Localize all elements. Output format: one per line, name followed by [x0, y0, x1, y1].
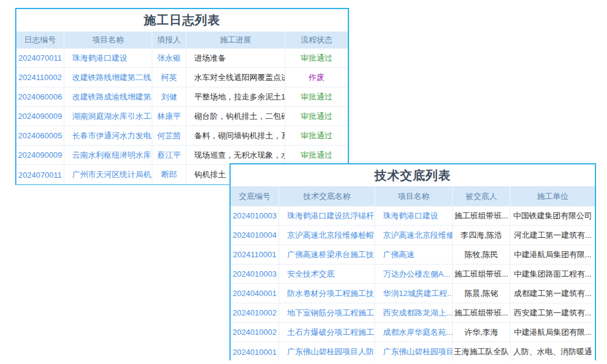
- project-name-link[interactable]: 湖南洞庭湖水库引水工程...: [64, 107, 152, 126]
- reporter-link[interactable]: 蔡江平: [152, 146, 186, 164]
- log-id-link[interactable]: 2024060005: [16, 126, 64, 145]
- reporter-link[interactable]: 林康平: [152, 107, 186, 126]
- table-row: 2024070011珠海鹤港口建设张永银进场准备审批通过: [16, 49, 348, 68]
- project-name-link[interactable]: 改建铁路成渝线增建第二...: [64, 87, 152, 106]
- construction-log-header-row: 日志编号项目名称填报人施工进展流程状态: [16, 32, 348, 49]
- column-header: 交底编号: [231, 186, 279, 206]
- project-name-link[interactable]: 广佛高速: [375, 245, 453, 264]
- project-name-link[interactable]: 广东佛山碧桂园项目: [375, 342, 453, 362]
- table-row: 2024060006改建铁路成渝线增建第二...刘健平整场地，拉走多余泥土15.…: [16, 87, 348, 107]
- construction-unit-text: 中国铁建集团有限公司: [510, 206, 595, 225]
- table-row: 2024010004京沪高速北京段维修桩帽...京沪高速北京段维修李四海,陈浩河…: [231, 226, 595, 245]
- reporter-link[interactable]: 张永银: [152, 49, 186, 67]
- recipients-text: 施工班组带班...: [453, 265, 510, 283]
- construction-log-table-card: 施工日志列表 日志编号项目名称填报人施工进展流程状态 2024070011珠海鹤…: [15, 8, 349, 185]
- column-header: 项目名称: [375, 186, 453, 206]
- tech-disclosure-header-row: 交底编号技术交底名称项目名称被交底人施工单位: [231, 186, 595, 206]
- recipients-text: 施工班组带班...: [453, 303, 510, 322]
- disclosure-name-link[interactable]: 防水卷材分项工程施工技...: [279, 284, 375, 303]
- project-name-link[interactable]: 珠海鹤港口建设: [64, 49, 152, 67]
- progress-text: 进场准备: [186, 49, 285, 67]
- project-name-link[interactable]: 西安成都路龙湖上...: [375, 303, 453, 322]
- reporter-link[interactable]: 柯英: [152, 68, 186, 87]
- log-id-link[interactable]: 2024070011: [16, 165, 64, 184]
- status-badge: 审批通过: [285, 107, 348, 126]
- project-name-link[interactable]: 万达办公楼左侧A...: [375, 265, 453, 283]
- project-name-link[interactable]: 华润12城房建工程...: [375, 284, 453, 303]
- construction-unit-text: 人防、水电、消防暖通: [510, 342, 595, 362]
- log-id-link[interactable]: 2024060006: [16, 87, 64, 106]
- log-id-link[interactable]: 2024070011: [16, 49, 64, 67]
- progress-text: 砌台阶，钩机排土，二包砌...: [186, 107, 285, 126]
- disclosure-name-link[interactable]: 广东佛山碧桂园项目人防...: [279, 342, 375, 362]
- project-name-link[interactable]: 云南水利枢纽潜明水库一...: [64, 146, 152, 164]
- column-header: 被交底人: [453, 186, 510, 206]
- disclosure-id-link[interactable]: 2024040001: [231, 284, 279, 303]
- column-header: 技术交底名称: [279, 186, 375, 206]
- disclosure-id-link[interactable]: 2024010002: [231, 323, 279, 342]
- tech-disclosure-body: 2024010003珠海鹤港口建设抗浮锚杆...珠海鹤港口建设施工班组带班...…: [231, 206, 595, 362]
- construction-unit-text: 河北建工第一建筑有...: [510, 226, 595, 244]
- status-badge: 审批通过: [285, 146, 348, 164]
- progress-text: 现场巡查，无积水现象，水...: [186, 146, 285, 164]
- disclosure-id-link[interactable]: 2024010002: [231, 303, 279, 322]
- disclosure-id-link[interactable]: 2024010003: [231, 206, 279, 225]
- construction-unit-text: 西安建工第一建筑有...: [510, 303, 595, 322]
- table-row: 2024010002地下室钢筋分项工程施工...西安成都路龙湖上...施工班组带…: [231, 303, 595, 323]
- status-badge: 审批通过: [285, 49, 348, 67]
- tech-disclosure-table-card: 技术交底列表 交底编号技术交底名称项目名称被交底人施工单位 2024010003…: [229, 163, 596, 360]
- construction-unit-text: 成都建工第一建筑有...: [510, 284, 595, 303]
- disclosure-name-link[interactable]: 地下室钢筋分项工程施工...: [279, 303, 375, 322]
- project-name-link[interactable]: 成都水岸华庭名苑...: [375, 323, 453, 342]
- construction-unit-text: 中建集团路面工程有...: [510, 265, 595, 283]
- table-row: 2024010001广东佛山碧桂园项目人防...广东佛山碧桂园项目王海施工队全队…: [231, 342, 595, 362]
- disclosure-id-link[interactable]: 2024110001: [231, 245, 279, 264]
- table-row: 2024010002土石方爆破分项工程施工...成都水岸华庭名苑...许华,李海…: [231, 323, 595, 342]
- project-name-link[interactable]: 改建铁路线增建第二线直...: [64, 68, 152, 87]
- status-badge: 审批通过: [285, 126, 348, 145]
- recipients-text: 王海施工队全队: [453, 342, 510, 362]
- disclosure-id-link[interactable]: 2024010004: [231, 226, 279, 244]
- disclosure-name-link[interactable]: 安全技术交底: [279, 265, 375, 283]
- disclosure-id-link[interactable]: 2024010001: [231, 342, 279, 362]
- tech-disclosure-title: 技术交底列表: [231, 164, 595, 186]
- recipients-text: 许华,李海: [453, 323, 510, 342]
- table-row: 2024040001防水卷材分项工程施工技...华润12城房建工程...陈晨,陈…: [231, 284, 595, 303]
- recipients-text: 施工班组带班...: [453, 206, 510, 225]
- construction-log-title: 施工日志列表: [16, 9, 348, 32]
- reporter-link[interactable]: 断郎: [152, 165, 186, 184]
- log-id-link[interactable]: 2024090009: [16, 107, 64, 126]
- construction-unit-text: 中建港航局集团有限...: [510, 245, 595, 264]
- recipients-text: 陈晨,陈铭: [453, 284, 510, 303]
- table-row: 2024010003安全技术交底万达办公楼左侧A...施工班组带班...中建集团…: [231, 265, 595, 284]
- disclosure-name-link[interactable]: 广佛高速桥梁承台施工技...: [279, 245, 375, 264]
- table-row: 2024090009湖南洞庭湖水库引水工程...林康平砌台阶，钩机排土，二包砌.…: [16, 107, 348, 126]
- progress-text: 水车对全线遮阳网覆盖点进...: [186, 68, 285, 87]
- project-name-link[interactable]: 广州市天河区统计局机房...: [64, 165, 152, 184]
- project-name-link[interactable]: 长春市伊通河水力发电厂...: [64, 126, 152, 145]
- column-header: 填报人: [152, 32, 186, 49]
- disclosure-id-link[interactable]: 2024010003: [231, 265, 279, 283]
- status-badge: 审批通过: [285, 87, 348, 106]
- progress-text: 平整场地，拉走多余泥土15...: [186, 87, 285, 106]
- column-header: 施工进展: [186, 32, 285, 49]
- project-name-link[interactable]: 珠海鹤港口建设: [375, 206, 453, 225]
- disclosure-name-link[interactable]: 京沪高速北京段维修桩帽...: [279, 226, 375, 244]
- reporter-link[interactable]: 何芷茴: [152, 126, 186, 145]
- table-row: 2024110002改建铁路线增建第二线直...柯英水车对全线遮阳网覆盖点进..…: [16, 68, 348, 87]
- table-row: 2024090009云南水利枢纽潜明水库一...蔡江平现场巡查，无积水现象，水.…: [16, 146, 348, 165]
- recipients-text: 李四海,陈浩: [453, 226, 510, 244]
- recipients-text: 陈牧,陈民: [453, 245, 510, 264]
- construction-unit-text: 中建港航局集团有限...: [510, 323, 595, 342]
- log-id-link[interactable]: 2024110002: [16, 68, 64, 87]
- column-header: 施工单位: [510, 186, 595, 206]
- table-row: 2024060005长春市伊通河水力发电厂...何芷茴备料，砌间墙钩机排土，瓦.…: [16, 126, 348, 146]
- reporter-link[interactable]: 刘健: [152, 87, 186, 106]
- disclosure-name-link[interactable]: 土石方爆破分项工程施工...: [279, 323, 375, 342]
- disclosure-name-link[interactable]: 珠海鹤港口建设抗浮锚杆...: [279, 206, 375, 225]
- log-id-link[interactable]: 2024090009: [16, 146, 64, 164]
- project-name-link[interactable]: 京沪高速北京段维修: [375, 226, 453, 244]
- column-header: 日志编号: [16, 32, 64, 49]
- column-header: 流程状态: [285, 32, 348, 49]
- status-badge: 作废: [285, 68, 348, 87]
